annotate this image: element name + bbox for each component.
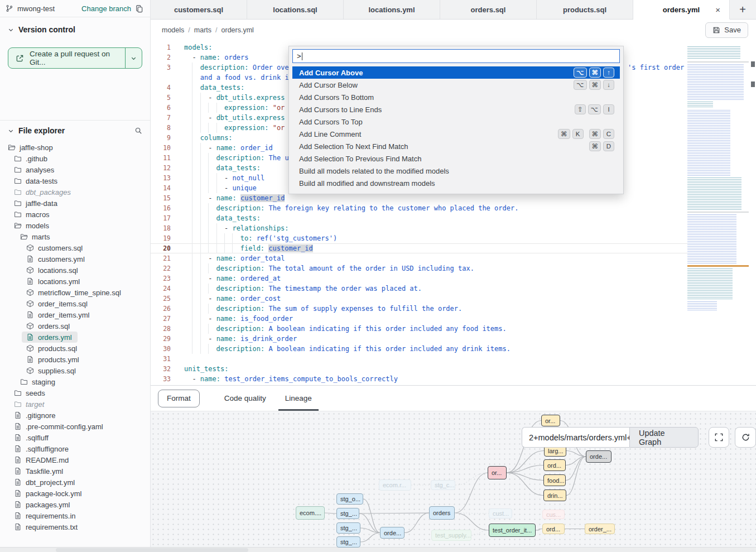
graph-filter-input[interactable]: 2+models/marts/orders.yml+ xyxy=(522,427,629,448)
tree-file-README.md[interactable]: README.md xyxy=(0,454,150,465)
tab-code-quality[interactable]: Code quality xyxy=(218,386,273,411)
tree-file-products.sql[interactable]: products.sql xyxy=(0,343,150,354)
palette-item-add-cursor-above[interactable]: Add Cursor Above⌥⌘↑ xyxy=(292,66,620,79)
copy-icon[interactable] xyxy=(135,4,143,13)
code-line[interactable]: 20field: customer_id xyxy=(151,243,756,253)
code-line[interactable]: 24description: The timestamp the order w… xyxy=(151,284,756,294)
tree-folder-dbt_packages[interactable]: dbt_packages xyxy=(0,186,150,198)
tree-file-order_items.sql[interactable]: order_items.sql xyxy=(0,298,150,309)
lineage-node-stg-c[interactable]: stg_c... xyxy=(431,480,455,490)
editor-scrollbar[interactable] xyxy=(750,40,756,385)
update-graph-button[interactable]: Update Graph xyxy=(629,427,699,448)
tree-file-locations.sql[interactable]: locations.sql xyxy=(0,265,150,276)
tab-customers.sql[interactable]: customers.sql xyxy=(151,0,247,19)
tree-folder-analyses[interactable]: analyses xyxy=(0,164,150,175)
tree-file-supplies.sql[interactable]: supplies.sql xyxy=(0,365,150,376)
lineage-node-order-y[interactable]: order_... xyxy=(585,524,615,534)
command-palette-input[interactable]: > xyxy=(292,49,620,63)
lineage-node-cust[interactable]: cust... xyxy=(489,508,512,519)
tree-file-.sqlfluff[interactable]: .sqlfluff xyxy=(0,432,150,443)
tree-file-order_items.yml[interactable]: order_items.yml xyxy=(0,309,150,320)
save-button[interactable]: Save xyxy=(705,22,748,38)
scrollbar-thumb[interactable] xyxy=(56,548,248,552)
tree-file-package-lock.yml[interactable]: package-lock.yml xyxy=(0,488,150,499)
tree-folder-.github[interactable]: .github xyxy=(0,153,150,164)
format-button[interactable]: Format xyxy=(158,390,200,407)
version-control-header[interactable]: Version control xyxy=(8,25,142,34)
tree-folder-macros[interactable]: macros xyxy=(0,209,150,220)
palette-item-build-all-models-related-to-the-modified-models[interactable]: Build all models related to the modified… xyxy=(292,165,620,177)
code-line[interactable]: 26description: The sum of supply expense… xyxy=(151,304,756,314)
tab-orders.sql[interactable]: orders.sql xyxy=(440,0,537,19)
code-line[interactable]: 28description: A boolean indicating if t… xyxy=(151,324,756,334)
tree-file-requirements.in[interactable]: requirements.in xyxy=(0,510,150,521)
lineage-node-ecom-r[interactable]: ecom.r... xyxy=(379,479,411,491)
tree-file-.gitignore[interactable]: .gitignore xyxy=(0,410,150,421)
code-line[interactable]: 29- name: is_drink_order xyxy=(151,334,756,344)
code-line[interactable]: 30description: A boolean indicating if t… xyxy=(151,344,756,354)
code-line[interactable]: 19to: ref('stg_customers') xyxy=(151,233,756,243)
lineage-node-food[interactable]: food... xyxy=(543,474,566,486)
lineage-node-ord-2[interactable]: ord... xyxy=(542,524,565,534)
tree-file-orders.sql[interactable]: orders.sql xyxy=(0,320,150,332)
code-line[interactable]: 23- name: ordered_at xyxy=(151,273,756,284)
lineage-canvas[interactable]: ecom....stg_o...stg_...stg_...stg_...ord… xyxy=(151,411,756,548)
file-explorer-header[interactable]: File explorer xyxy=(0,121,150,135)
palette-item-build-all-modified-and-downstream-models[interactable]: Build all modified and downstream models xyxy=(292,177,620,189)
lineage-node-stg-1[interactable]: stg_... xyxy=(336,508,359,519)
change-branch-link[interactable]: Change branch xyxy=(81,4,131,13)
code-line[interactable]: 22description: The total amount of the o… xyxy=(151,263,756,273)
tree-file-.pre-commit-config.yaml[interactable]: .pre-commit-config.yaml xyxy=(0,421,150,432)
code-line[interactable]: 32unit_tests: xyxy=(151,364,756,374)
tree-file-locations.yml[interactable]: locations.yml xyxy=(0,276,150,287)
tree-file-dbt_project.yml[interactable]: dbt_project.yml xyxy=(0,477,150,488)
tab-locations.yml[interactable]: locations.yml xyxy=(344,0,440,19)
lineage-node-or-y[interactable]: or... xyxy=(541,415,560,426)
palette-item-add-selection-to-next-find-match[interactable]: Add Selection To Next Find Match⌘D xyxy=(292,140,620,152)
tree-folder-jaffle-shop[interactable]: jaffle-shop xyxy=(0,142,150,153)
tree-file-requirements.txt[interactable]: requirements.txt xyxy=(0,521,150,532)
lineage-node-stg-2[interactable]: stg_... xyxy=(336,522,360,534)
tree-folder-data-tests[interactable]: data-tests xyxy=(0,175,150,186)
code-line[interactable]: 16description: The foreign key relating … xyxy=(151,203,756,213)
lineage-node-orders[interactable]: orders xyxy=(429,506,455,520)
palette-item-add-selection-to-previous-find-match[interactable]: Add Selection To Previous Find Match xyxy=(292,152,620,165)
refresh-button[interactable] xyxy=(735,427,756,448)
lineage-node-stg-3[interactable]: stg_... xyxy=(336,536,360,548)
tab-locations.sql[interactable]: locations.sql xyxy=(247,0,344,19)
code-line[interactable]: 33- name: test_order_items_compute_to_bo… xyxy=(151,374,756,384)
lineage-node-drin[interactable]: drin... xyxy=(543,489,566,501)
lineage-node-stg-o[interactable]: stg_o... xyxy=(336,493,363,505)
tree-folder-models[interactable]: models xyxy=(0,220,150,231)
code-line[interactable]: 21- name: order_total xyxy=(151,253,756,263)
pr-dropdown-button[interactable] xyxy=(125,48,142,68)
lineage-node-orde[interactable]: orde... xyxy=(380,527,405,539)
tree-folder-seeds[interactable]: seeds xyxy=(0,387,150,399)
palette-item-add-cursors-to-top[interactable]: Add Cursors To Top xyxy=(292,116,620,128)
palette-item-add-line-comment[interactable]: Add Line Comment⌘K⌘C xyxy=(292,128,620,140)
code-line[interactable]: 31 xyxy=(151,354,756,364)
fullscreen-button[interactable] xyxy=(709,427,730,448)
tab-lineage[interactable]: Lineage xyxy=(278,386,319,411)
create-pr-button[interactable]: Create a pull request on Git... xyxy=(8,47,142,69)
search-icon[interactable] xyxy=(134,127,142,135)
tree-file-products.yml[interactable]: products.yml xyxy=(0,354,150,365)
lineage-node-test-order-it[interactable]: test_order_it... xyxy=(489,524,536,537)
lineage-node-test-supply[interactable]: test_supply... xyxy=(431,530,471,541)
minimap[interactable] xyxy=(687,45,749,307)
code-line[interactable]: 15- name: customer_id xyxy=(151,193,756,203)
tree-file-customers.yml[interactable]: customers.yml xyxy=(0,253,150,265)
tree-folder-jaffle-data[interactable]: jaffle-data xyxy=(0,198,150,209)
tree-file-customers.sql[interactable]: customers.sql xyxy=(0,242,150,253)
tab-products.sql[interactable]: products.sql xyxy=(537,0,633,19)
palette-item-add-cursors-to-bottom[interactable]: Add Cursors To Bottom xyxy=(292,91,620,103)
code-line[interactable]: 27- name: is_food_order xyxy=(151,314,756,324)
lineage-node-ecom[interactable]: ecom.... xyxy=(296,506,325,520)
close-icon[interactable]: × xyxy=(715,5,720,15)
tree-file-.sqlfluffignore[interactable]: .sqlfluffignore xyxy=(0,443,150,454)
tree-file-orders.yml[interactable]: orders.yml xyxy=(0,332,150,343)
palette-item-add-cursors-to-line-ends[interactable]: Add Cursors to Line Ends⇧⌥I xyxy=(292,103,620,116)
lineage-node-ord-1[interactable]: ord... xyxy=(543,459,566,471)
palette-item-add-cursor-below[interactable]: Add Cursor Below⌥⌘↓ xyxy=(292,79,620,91)
tree-file-packages.yml[interactable]: packages.yml xyxy=(0,499,150,510)
